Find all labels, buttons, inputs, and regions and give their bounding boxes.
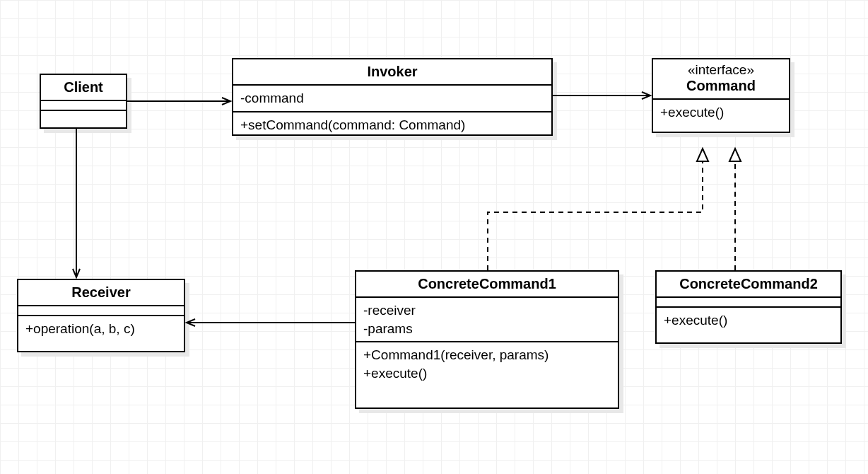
class-client: Client	[40, 74, 127, 129]
class-invoker-ops: +setCommand(command: Command)	[233, 112, 551, 138]
class-command-ops: +execute()	[653, 100, 789, 125]
class-concrete1-name: ConcreteCommand1	[356, 272, 618, 298]
class-invoker: Invoker -command +setCommand(command: Co…	[232, 58, 553, 136]
class-concrete2-ops: +execute()	[657, 308, 840, 333]
class-command-stereotype: «interface»	[653, 59, 789, 78]
diagram-canvas: Client Invoker -command +setCommand(comm…	[0, 0, 868, 474]
class-concrete1-attrs: -receiver -params	[356, 298, 618, 342]
class-receiver-attrs	[18, 306, 184, 316]
class-concrete1-ops: +Command1(receiver, params) +execute()	[356, 342, 618, 386]
class-client-attrs	[41, 101, 126, 111]
class-invoker-name: Invoker	[233, 59, 551, 86]
class-client-name: Client	[41, 75, 126, 101]
realize-concrete1-command	[488, 149, 703, 270]
class-concrete2-attrs	[657, 298, 840, 308]
class-command: «interface» Command +execute()	[652, 58, 790, 133]
class-invoker-attrs: -command	[233, 86, 551, 112]
class-receiver-ops: +operation(a, b, c)	[18, 316, 184, 342]
class-concrete1: ConcreteCommand1 -receiver -params +Comm…	[355, 270, 619, 409]
class-client-ops	[41, 111, 126, 120]
class-concrete2: ConcreteCommand2 +execute()	[655, 270, 842, 344]
class-command-name: Command	[653, 78, 789, 100]
class-receiver-name: Receiver	[18, 280, 184, 306]
class-concrete2-name: ConcreteCommand2	[657, 272, 840, 298]
class-receiver: Receiver +operation(a, b, c)	[17, 279, 185, 352]
